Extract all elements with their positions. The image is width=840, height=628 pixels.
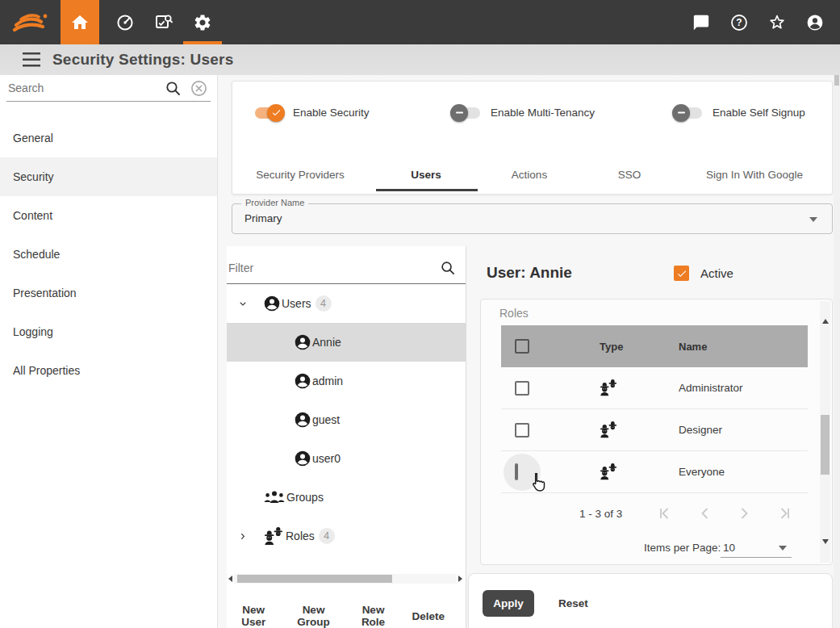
row-checkbox[interactable]	[515, 463, 518, 480]
menu-toggle-button[interactable]	[23, 52, 40, 67]
user-icon	[264, 295, 280, 312]
select-all-checkbox[interactable]	[515, 339, 529, 354]
messages-button[interactable]	[682, 0, 720, 44]
tree-node-user0[interactable]: user0	[227, 439, 466, 478]
new-user-button[interactable]: New User	[236, 604, 271, 628]
help-button[interactable]: ?	[720, 0, 758, 44]
roles-section-label: Roles	[499, 307, 529, 320]
previous-page-button[interactable]	[697, 505, 713, 521]
row-checkbox[interactable]	[515, 381, 529, 396]
scroll-left-arrow-icon[interactable]	[227, 576, 234, 582]
enable-self-signup-toggle[interactable]	[675, 107, 702, 119]
roles-icon	[264, 527, 284, 546]
user-icon	[295, 334, 311, 350]
speedometer-icon	[115, 13, 135, 32]
roles-vertical-scrollbar[interactable]	[820, 301, 830, 563]
roles-table-row-designer[interactable]: Designer	[501, 409, 808, 451]
provider-name-value: Primary	[244, 212, 282, 224]
sidebar-nav: General Security Content Schedule Presen…	[0, 119, 217, 390]
items-per-page-select[interactable]: 10	[721, 537, 792, 558]
nav-content-manager-button[interactable]	[144, 0, 183, 44]
main-content: Enable Security Enable Multi-Tenancy Ena…	[218, 75, 840, 628]
enable-self-signup-toggle-group: Enable Self Signup	[675, 107, 805, 119]
chevron-right-icon[interactable]	[238, 531, 248, 542]
roles-table-row-everyone[interactable]: Everyone	[501, 451, 808, 493]
sidebar-item-logging[interactable]: Logging	[0, 312, 217, 351]
vscroll-thumb[interactable]	[821, 415, 830, 475]
sidebar-item-general[interactable]: General	[0, 119, 217, 157]
favorites-button[interactable]	[758, 0, 796, 44]
sidebar-search-input[interactable]: Search	[6, 75, 211, 102]
main-vertical-scrollbar[interactable]	[834, 75, 840, 628]
tree-node-label: admin	[312, 375, 343, 387]
groups-icon	[264, 490, 285, 504]
vscroll-thumb[interactable]	[834, 75, 839, 86]
roles-count-badge: 4	[319, 528, 335, 544]
role-name: Everyone	[679, 466, 808, 478]
reset-button[interactable]: Reset	[550, 591, 596, 616]
last-page-button[interactable]	[776, 505, 792, 521]
sidebar-item-schedule[interactable]: Schedule	[0, 235, 217, 274]
provider-name-select[interactable]: Provider Name Primary	[232, 203, 833, 234]
tab-users[interactable]: Users	[411, 169, 441, 181]
security-tabs: Security Providers Users Actions SSO Sig…	[232, 155, 832, 194]
content-search-icon	[154, 13, 173, 32]
tree-filter-input[interactable]: Filter	[227, 252, 466, 284]
hscroll-thumb[interactable]	[237, 575, 392, 583]
search-icon[interactable]	[165, 80, 182, 97]
tree-horizontal-scrollbar[interactable]	[227, 573, 464, 584]
nav-dashboard-button[interactable]	[106, 0, 144, 44]
tab-security-providers[interactable]: Security Providers	[256, 169, 345, 181]
clear-search-icon[interactable]	[190, 80, 207, 97]
new-group-button[interactable]: New Group	[292, 604, 334, 628]
gear-icon	[193, 13, 212, 32]
tree-node-groups[interactable]: Groups	[227, 478, 466, 517]
page-title: Security Settings: Users	[52, 51, 233, 69]
apply-button[interactable]: Apply	[483, 590, 534, 617]
role-type-icon	[600, 463, 679, 480]
hscroll-track[interactable]	[234, 574, 457, 584]
tab-sso[interactable]: SSO	[618, 169, 641, 181]
tree-node-annie[interactable]: Annie	[227, 323, 466, 362]
enable-security-toggle[interactable]	[255, 107, 282, 119]
user-icon	[295, 450, 311, 467]
next-page-button[interactable]	[736, 505, 752, 521]
tab-sign-in-with-google[interactable]: Sign In With Google	[706, 169, 803, 181]
sidebar-item-security[interactable]: Security	[0, 157, 217, 196]
chevron-down-icon[interactable]	[238, 299, 248, 309]
tree-node-guest[interactable]: guest	[227, 400, 466, 439]
tree-node-label: Roles	[286, 530, 315, 542]
account-button[interactable]	[796, 0, 834, 44]
scroll-right-arrow-icon[interactable]	[457, 576, 464, 582]
sidebar-item-all-properties[interactable]: All Properties	[0, 351, 217, 390]
sidebar-item-content[interactable]: Content	[0, 196, 217, 235]
tree-node-admin[interactable]: admin	[227, 362, 466, 400]
filter-search-icon	[440, 260, 456, 276]
new-role-button[interactable]: New Role	[356, 604, 391, 628]
column-header-name: Name	[679, 341, 808, 353]
first-page-button[interactable]	[657, 505, 673, 521]
tree-node-roles[interactable]: Roles 4	[227, 517, 466, 555]
tab-actions[interactable]: Actions	[512, 169, 547, 181]
enable-multi-tenancy-toggle[interactable]	[453, 107, 480, 119]
home-icon	[70, 13, 90, 32]
delete-button[interactable]: Delete	[412, 604, 445, 628]
roles-table-row-administrator[interactable]: Administrator	[501, 367, 808, 409]
row-checkbox[interactable]	[515, 423, 529, 438]
security-tree-panel: Filter Users 4 Annie	[227, 246, 466, 628]
roles-pagination: 1 - 3 of 3	[481, 505, 808, 525]
settings-sidebar: Search General Security Content Schedule…	[0, 75, 218, 628]
nav-settings-button[interactable]	[183, 0, 222, 44]
scroll-up-arrow-icon[interactable]	[822, 305, 829, 320]
roles-table-header: Type Name	[501, 325, 808, 367]
items-per-page-value: 10	[723, 542, 735, 554]
active-checkbox[interactable]	[674, 266, 689, 281]
brand-logo[interactable]	[0, 0, 61, 44]
chevron-down-icon	[779, 546, 787, 551]
toggle-minus-icon	[672, 104, 690, 122]
toggle-check-icon	[267, 104, 285, 122]
sidebar-item-presentation[interactable]: Presentation	[0, 274, 217, 312]
nav-home-button[interactable]	[61, 0, 99, 44]
scroll-down-arrow-icon[interactable]	[822, 544, 829, 559]
tree-node-users[interactable]: Users 4	[227, 284, 466, 323]
